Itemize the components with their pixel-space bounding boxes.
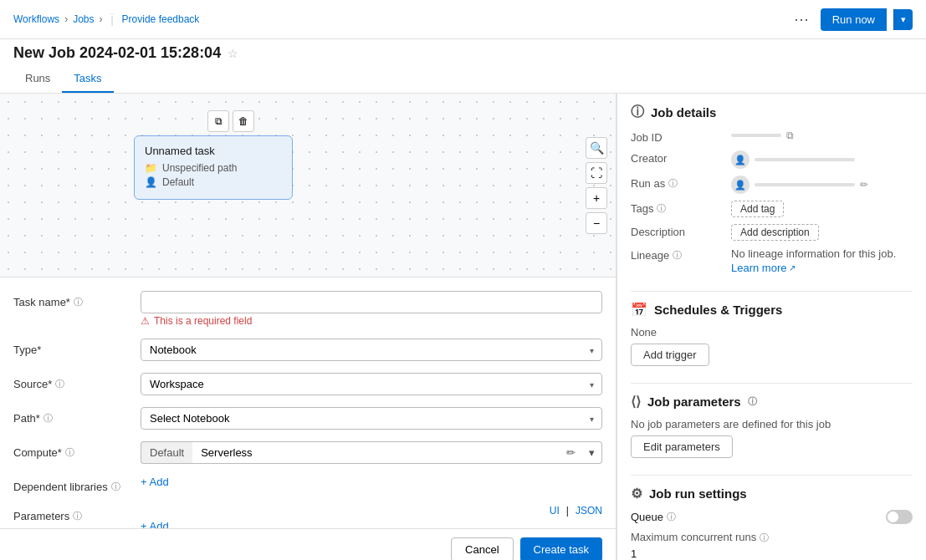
add-library-button[interactable]: + Add [141, 476, 169, 488]
dep-libs-info-icon[interactable]: ⓘ [111, 481, 120, 493]
type-control: Notebook ▾ [141, 339, 602, 361]
queue-info-icon[interactable]: ⓘ [667, 511, 676, 523]
learn-more-link[interactable]: Learn more ↗ [731, 262, 796, 274]
dep-libs-control: + Add [141, 476, 602, 488]
compute-edit-button[interactable]: ✏ [560, 441, 582, 464]
edit-parameters-button[interactable]: Edit parameters [631, 435, 733, 458]
type-select[interactable]: Notebook [141, 339, 602, 361]
copy-job-id-icon[interactable]: ⧉ [786, 130, 794, 141]
cluster-icon: 👤 [145, 176, 157, 188]
run-now-caret-button[interactable]: ▾ [893, 9, 913, 30]
add-description-button[interactable]: Add description [731, 224, 819, 241]
task-name-input[interactable] [141, 291, 602, 313]
divider-2 [631, 383, 913, 384]
schedules-section: 📅 Schedules & Triggers None Add trigger [631, 302, 913, 366]
add-trigger-button[interactable]: Add trigger [631, 344, 709, 366]
add-tag-button[interactable]: Add tag [731, 201, 784, 217]
compute-select[interactable]: Serverless [192, 441, 560, 464]
form-footer: Cancel Create task [0, 528, 616, 560]
tags-info-icon[interactable]: ⓘ [657, 202, 666, 215]
canvas-controls: 🔍 ⛶ + − [586, 137, 607, 234]
task-card[interactable]: Unnamed task 📁 Unspecified path 👤 Defaul… [134, 135, 293, 200]
source-info-icon[interactable]: ⓘ [55, 378, 64, 390]
json-link[interactable]: JSON [576, 505, 602, 517]
path-row: Path* ⓘ Select Notebook ▾ [13, 407, 602, 430]
run-as-value: 👤 ✏ [731, 176, 913, 194]
dependent-libraries-row: Dependent libraries ⓘ + Add [13, 476, 602, 493]
breadcrumb: Workflows › Jobs › | Provide feedback [13, 13, 199, 26]
toggle-knob [888, 512, 898, 522]
copy-task-button[interactable]: ⧉ [207, 110, 229, 132]
description-row: Description Add description [631, 224, 913, 241]
compute-info-icon[interactable]: ⓘ [65, 446, 74, 459]
path-info-icon[interactable]: ⓘ [43, 412, 53, 425]
queue-label: Queue ⓘ [631, 511, 676, 523]
breadcrumb-sep2: › [99, 13, 102, 25]
job-params-info-icon[interactable]: ⓘ [748, 395, 757, 408]
zoom-in-button[interactable]: + [586, 187, 607, 209]
description-label: Description [631, 224, 731, 238]
search-canvas-button[interactable]: 🔍 [586, 137, 607, 159]
max-runs-info-icon[interactable]: ⓘ [760, 532, 769, 542]
fit-canvas-button[interactable]: ⛶ [586, 162, 607, 184]
job-title-row: New Job 2024-02-01 15:28:04 ☆ [0, 39, 926, 62]
source-select[interactable]: Workspace [141, 373, 602, 395]
create-task-button[interactable]: Create task [520, 537, 602, 560]
header-actions: ⋯ Run now ▾ [789, 7, 913, 32]
max-concurrent-runs-label: Maximum concurrent runs ⓘ [631, 531, 913, 544]
breadcrumb-sep1: › [64, 13, 68, 25]
compute-caret-button[interactable]: ▾ [582, 441, 602, 464]
ui-link[interactable]: UI [550, 505, 560, 517]
tab-runs[interactable]: Runs [13, 65, 62, 93]
queue-toggle[interactable] [886, 510, 913, 524]
compute-row: Compute* ⓘ Default Serverless ✏ ▾ [13, 441, 602, 464]
divider-1 [631, 291, 913, 292]
lineage-row: Lineage ⓘ No lineage information for thi… [631, 247, 913, 274]
workflows-link[interactable]: Workflows [13, 13, 59, 25]
external-link-icon-lineage: ↗ [789, 263, 796, 272]
source-row: Source* ⓘ Workspace ▾ [13, 373, 602, 395]
task-card-path: Unspecified path [162, 162, 237, 174]
run-now-button[interactable]: Run now [821, 8, 887, 31]
run-as-row: Run as ⓘ 👤 ✏ [631, 176, 913, 194]
task-name-info-icon[interactable]: ⓘ [74, 296, 83, 308]
delete-task-button[interactable]: 🗑 [233, 110, 254, 132]
tags-row: Tags ⓘ Add tag [631, 201, 913, 217]
more-options-button[interactable]: ⋯ [789, 7, 814, 32]
divider-3 [631, 475, 913, 476]
path-label: Path* ⓘ [13, 407, 130, 425]
canvas-area: ⧉ 🗑 Unnamed task 📁 Unspecified path 👤 De… [0, 94, 616, 277]
lineage-value: No lineage information for this job. Lea… [731, 247, 913, 274]
source-label: Source* ⓘ [13, 373, 130, 390]
lineage-text: No lineage information for this job. [731, 247, 896, 260]
run-as-info-icon[interactable]: ⓘ [668, 177, 678, 190]
code-icon: ⟨⟩ [631, 394, 641, 410]
jobs-link[interactable]: Jobs [73, 13, 94, 25]
run-as-edit-icon[interactable]: ✏ [860, 179, 868, 191]
parameters-row: Parameters ⓘ UI | JSON + Add [13, 505, 602, 528]
compute-label: Compute* ⓘ [13, 441, 130, 459]
run-as-label: Run as ⓘ [631, 176, 731, 190]
job-id-masked [731, 134, 781, 137]
path-select[interactable]: Select Notebook [141, 407, 602, 430]
task-name-error: ⚠ This is a required field [141, 315, 602, 327]
job-details-header: ⓘ Job details [631, 104, 913, 121]
task-card-path-row: 📁 Unspecified path [145, 162, 282, 174]
tab-tasks[interactable]: Tasks [62, 65, 113, 93]
params-info-icon[interactable]: ⓘ [73, 510, 82, 522]
star-icon[interactable]: ☆ [228, 47, 238, 60]
job-id-row: Job ID ⧉ [631, 130, 913, 144]
task-card-cluster: Default [162, 176, 194, 188]
tabs-bar: Runs Tasks [0, 65, 926, 94]
creator-avatar: 👤 [731, 150, 749, 169]
max-runs-value: 1 [631, 547, 913, 560]
task-card-actions: ⧉ 🗑 [207, 110, 254, 132]
add-parameter-button[interactable]: + Add [141, 520, 169, 528]
zoom-out-button[interactable]: − [586, 212, 607, 234]
feedback-link[interactable]: Provide feedback [122, 13, 200, 25]
job-parameters-header: ⟨⟩ Job parameters ⓘ [631, 394, 913, 410]
cancel-button[interactable]: Cancel [451, 537, 513, 560]
type-label: Type* [13, 339, 130, 356]
creator-label: Creator [631, 150, 731, 165]
lineage-info-icon[interactable]: ⓘ [673, 249, 682, 262]
